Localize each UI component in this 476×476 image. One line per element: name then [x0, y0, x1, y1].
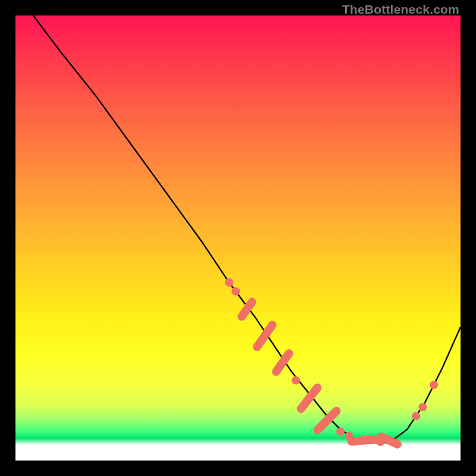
chart-frame [15, 15, 461, 461]
curve-markers [225, 278, 438, 450]
curve-marker-dot [292, 376, 300, 384]
bottleneck-curve [33, 15, 461, 443]
curve-marker-pill [270, 347, 295, 377]
curve-marker-dot [231, 287, 240, 296]
curve-marker-pill [375, 431, 403, 450]
curve-marker-pill [251, 319, 278, 352]
bottleneck-curve-path [33, 15, 461, 443]
watermark-text: TheBottleneck.com [342, 2, 459, 17]
curve-marker-dot [430, 381, 438, 389]
curve-marker-dot [336, 427, 345, 436]
curve-marker-dot [412, 412, 420, 420]
curve-marker-pill [236, 296, 258, 322]
curve-marker-dot [418, 403, 427, 411]
curve-marker-dot [225, 278, 233, 287]
chart-overlay [15, 15, 461, 461]
curve-marker-pill [295, 382, 323, 415]
